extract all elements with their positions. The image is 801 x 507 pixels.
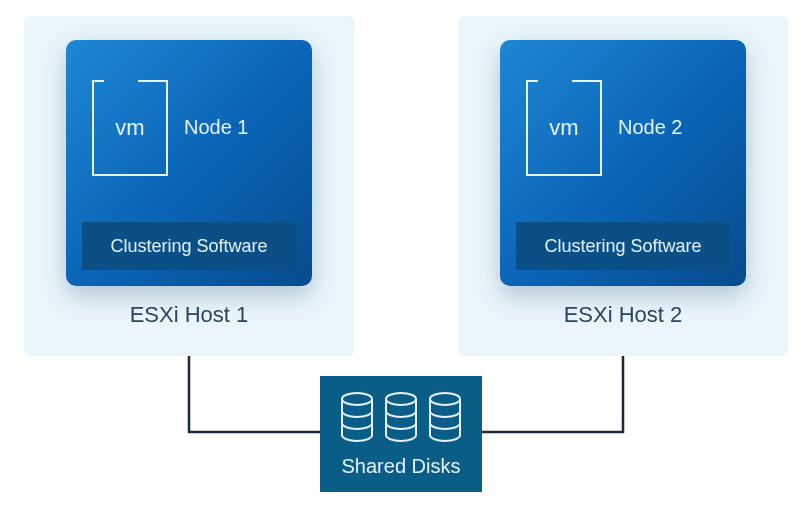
esxi-host-2-container: vm Node 2 Clustering Software ESXi Host … [458,16,788,356]
host-label-1: ESXi Host 1 [24,302,354,328]
disk-stack-icon [339,391,375,445]
svg-point-0 [342,393,372,405]
clustering-software-label-2: Clustering Software [516,222,730,270]
vm-card-2: vm Node 2 Clustering Software [500,40,746,286]
host-label-2: ESXi Host 2 [458,302,788,328]
vm-text-1: vm [94,82,166,174]
disk-stack-icon [427,391,463,445]
clustering-software-label-1: Clustering Software [82,222,296,270]
node-label-1: Node 1 [184,116,249,139]
disk-icon-row [339,391,463,445]
shared-disks-label: Shared Disks [342,455,461,478]
vm-card-1: vm Node 1 Clustering Software [66,40,312,286]
svg-point-1 [386,393,416,405]
disk-stack-icon [383,391,419,445]
esxi-host-1-container: vm Node 1 Clustering Software ESXi Host … [24,16,354,356]
shared-disks-box: Shared Disks [320,376,482,492]
node-label-2: Node 2 [618,116,683,139]
svg-point-2 [430,393,460,405]
vm-box-1: vm [92,82,168,176]
vm-text-2: vm [528,82,600,174]
vm-box-2: vm [526,82,602,176]
diagram-canvas: vm Node 1 Clustering Software ESXi Host … [0,0,801,507]
